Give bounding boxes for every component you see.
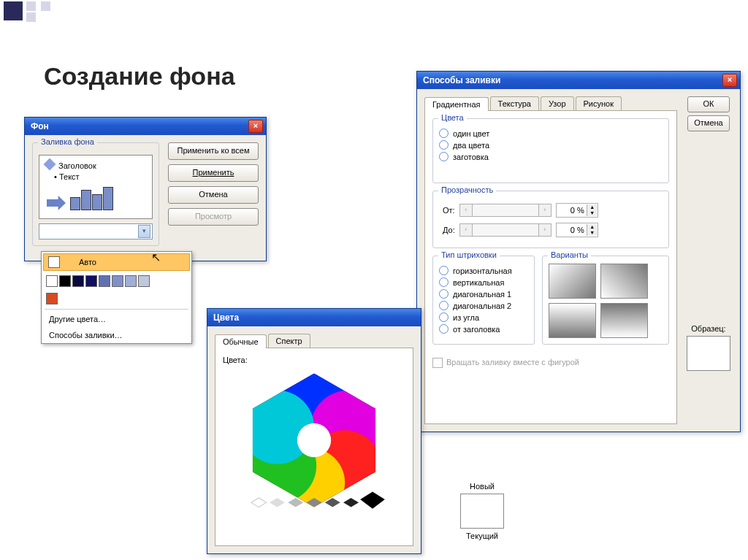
group-transparency-caption: Прозрачность [438,185,496,194]
apply-button[interactable]: Применить [168,164,259,182]
color-swatch[interactable] [125,275,137,287]
variant-2[interactable] [600,264,648,299]
color-swatch[interactable] [72,275,84,287]
group-variants-caption: Варианты [548,250,591,259]
more-colors-item[interactable]: Другие цвета… [42,311,191,327]
auto-color-item[interactable]: Авто [43,253,190,271]
label-to: До: [442,222,456,238]
tab-texture[interactable]: Текстура [490,96,539,110]
colors-titlebar: Цвета [207,309,421,326]
chart-icon [70,185,113,210]
fill-effects-title: Способы заливки [423,75,500,85]
svg-point-9 [297,423,331,457]
background-titlebar: Фон × [25,118,266,135]
variant-3[interactable] [549,303,596,338]
group-shading-caption: Тип штриховки [438,250,500,259]
color-swatch[interactable] [59,275,71,287]
radio-diag2[interactable]: диагональная 2 [439,301,528,310]
fill-color-dropdown[interactable]: ▾ [39,223,153,239]
arrow-icon [47,196,66,210]
color-swatch[interactable] [85,275,97,287]
radio-preset[interactable]: заготовка [439,152,663,161]
tab-pattern[interactable]: Узор [541,96,574,110]
color-swatch[interactable] [99,275,110,287]
color-sample: Новый Текущий [460,482,504,540]
radio-corner[interactable]: из угла [439,312,528,322]
cancel-button[interactable]: Отмена [168,186,259,204]
color-swatch[interactable] [46,275,58,287]
spinner-to[interactable]: ▲▼ [556,223,598,237]
ok-button[interactable]: ОК [687,96,730,112]
slider-to[interactable]: ‹› [459,223,552,237]
rotate-label: Вращать заливку вместе с фигурой [446,358,579,367]
background-title: Фон [31,121,49,131]
hex-color-picker[interactable] [234,367,394,513]
group-colors-caption: Цвета [438,113,467,122]
radio-two-colors[interactable]: два цвета [439,140,663,150]
colors-title: Цвета [213,312,239,323]
apply-all-button[interactable]: Применить ко всем [168,142,259,160]
tab-spectrum[interactable]: Спектр [268,334,310,348]
tab-standard[interactable]: Обычные [215,334,267,348]
label-current: Текущий [460,532,504,540]
color-swatch[interactable] [112,275,123,287]
svg-marker-15 [343,498,359,507]
radio-diag1[interactable]: диагональная 1 [439,289,528,299]
fill-methods-item[interactable]: Способы заливки… [42,327,191,343]
svg-marker-11 [270,498,285,507]
close-icon[interactable]: × [722,74,737,87]
colors-label: Цвета: [223,356,405,364]
fill-effects-titlebar: Способы заливки × [417,72,740,89]
rotate-checkbox[interactable] [432,358,443,368]
svg-marker-16 [360,492,385,509]
fill-effects-dialog: Способы заливки × Градиентная Текстура У… [416,71,741,432]
slide-decoration [4,1,52,22]
chevron-down-icon: ▾ [138,225,150,238]
radio-horizontal[interactable]: горизонтальная [439,266,528,275]
tab-picture[interactable]: Рисунок [576,96,622,110]
preview-button[interactable]: Просмотр [168,208,259,226]
colors-dialog: Цвета Обычные Спектр Цвета: [207,308,421,554]
cancel-button[interactable]: Отмена [687,115,730,131]
fill-tabs: Градиентная Текстура Узор Рисунок [424,96,677,110]
label-from: От: [442,202,456,218]
sample-preview [687,336,730,371]
background-dialog: Фон × Заливка фона Заголовок • Текст ▾ [24,117,267,261]
sample-swatch [460,494,504,529]
slide-thumbnail: Заголовок • Текст [39,155,153,219]
sample-label: Образец: [687,324,730,333]
slider-from[interactable]: ‹› [459,204,552,217]
color-swatch[interactable] [46,293,58,304]
color-swatch[interactable] [138,275,150,287]
radio-one-color[interactable]: один цвет [439,129,663,138]
radio-title[interactable]: от заголовка [439,324,528,334]
label-new: Новый [460,482,504,491]
close-icon[interactable]: × [248,120,263,133]
swatch-row-2 [42,290,159,307]
variant-1[interactable] [549,264,596,299]
auto-swatch [48,256,60,268]
variant-4[interactable] [600,303,648,338]
radio-vertical[interactable]: вертикальная [439,277,528,287]
color-popup: Авто Другие цвета… Способы заливки… [41,251,192,344]
tab-gradient[interactable]: Градиентная [424,97,489,111]
svg-marker-10 [251,498,267,507]
page-title: Создание фона [44,62,235,91]
swatch-row-1 [42,272,159,290]
spinner-from[interactable]: ▲▼ [556,203,598,218]
group-fill-caption: Заливка фона [38,137,97,146]
